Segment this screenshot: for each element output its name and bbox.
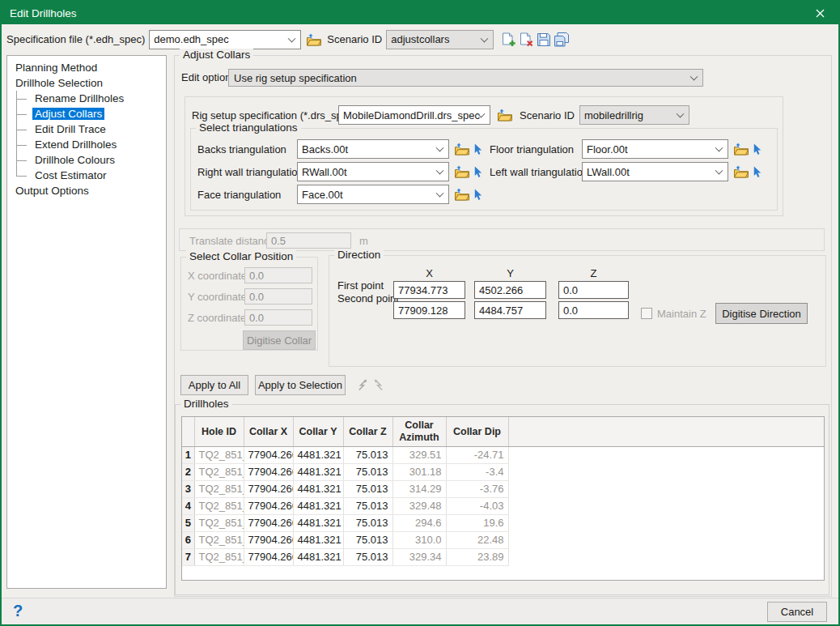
save-as-button[interactable] xyxy=(553,31,571,49)
second-point-y-input[interactable] xyxy=(474,301,546,319)
pick-from-view-icon[interactable] xyxy=(753,143,762,155)
header-filler xyxy=(508,417,825,446)
sidebar-item-planning-method[interactable]: Planning Method xyxy=(7,60,166,75)
left-wall-triangulation-combobox[interactable]: LWall.00t xyxy=(582,162,728,181)
maintain-z-checkbox xyxy=(641,308,652,319)
edit-drillholes-dialog: Edit Drillholes Specification file (*.ed… xyxy=(0,0,840,626)
edit-options-dropdown[interactable]: Use rig setup specification xyxy=(228,69,703,87)
sidebar-item-drillhole-colours[interactable]: Drillhole Colours xyxy=(7,152,166,168)
table-row[interactable]: 1 TQ2_851_1 77904.266 4481.321 75.013 32… xyxy=(182,446,825,463)
close-button[interactable] xyxy=(801,2,838,24)
sidebar-item-edit-drill-trace[interactable]: Edit Drill Trace xyxy=(7,121,166,137)
save-as-icon xyxy=(554,32,570,47)
x-coordinate-input xyxy=(244,267,312,283)
left-wall-triangulation-label: Left wall triangulation xyxy=(490,166,582,178)
rig-scenario-value: mobiledrillrig xyxy=(584,109,643,121)
maintain-z-label: Maintain Z xyxy=(657,308,706,320)
col-collar-dip: Collar Dip xyxy=(446,417,508,446)
folder-open-icon[interactable] xyxy=(733,143,749,155)
first-point-label: First point xyxy=(337,279,384,292)
translate-distance-label: Translate distance xyxy=(189,235,266,247)
direction-col-z: Z xyxy=(558,267,629,279)
rig-scenario-dropdown[interactable]: mobiledrillrig xyxy=(579,105,689,125)
window-title: Edit Drillholes xyxy=(10,7,77,19)
sidebar-item-cost-estimator[interactable]: Cost Estimator xyxy=(7,168,166,183)
sidebar-item-output-options[interactable]: Output Options xyxy=(7,183,166,198)
right-wall-triangulation-combobox[interactable]: RWall.00t xyxy=(297,162,449,181)
table-row[interactable]: 2 TQ2_851_1 77904.266 4481.321 75.013 30… xyxy=(182,463,825,480)
table-row[interactable]: 7 TQ2_851_1 77904.266 4481.321 75.013 32… xyxy=(182,548,825,565)
translate-unit-label: m xyxy=(359,235,368,247)
direction-col-x: X xyxy=(393,267,465,279)
spec-file-combobox[interactable]: demo.edh_spec xyxy=(149,30,301,49)
backs-triangulation-combobox[interactable]: Backs.00t xyxy=(297,139,449,159)
rig-scenario-label: Scenario ID xyxy=(520,109,575,121)
folder-open-icon[interactable] xyxy=(454,165,470,178)
floor-triangulation-combobox[interactable]: Floor.00t xyxy=(582,139,728,159)
second-point-z-input[interactable] xyxy=(558,301,629,319)
sidebar-item-adjust-collars[interactable]: Adjust Collars xyxy=(7,106,166,121)
digitise-collar-button: Digitise Collar xyxy=(243,330,316,350)
digitise-direction-button[interactable]: Digitise Direction xyxy=(715,303,808,324)
folder-open-icon[interactable] xyxy=(497,109,513,121)
rig-spec-value: MobileDiamondDrill.drs_spec xyxy=(343,109,480,121)
drillholes-table: Hole ID Collar X Collar Y Collar Z Colla… xyxy=(181,416,825,581)
drillholes-group-title: Drillholes xyxy=(180,398,232,410)
triangulations-group: Select triangulations Backs triangulatio… xyxy=(190,128,778,211)
x-coordinate-label: X coordinate xyxy=(188,270,244,282)
right-wall-triangulation-label: Right wall triangulation xyxy=(197,166,297,178)
backs-triangulation-label: Backs triangulation xyxy=(197,143,297,155)
first-point-z-input[interactable] xyxy=(558,281,629,299)
y-coordinate-input xyxy=(244,288,312,304)
add-scenario-button[interactable] xyxy=(499,31,517,49)
folder-open-icon[interactable] xyxy=(306,33,322,46)
scenario-id-label: Scenario ID xyxy=(327,33,382,45)
table-row[interactable]: 4 TQ2_851_1 77904.266 4481.321 75.013 32… xyxy=(182,497,825,514)
first-point-y-input[interactable] xyxy=(474,281,546,299)
help-button[interactable]: ? xyxy=(13,602,23,620)
folder-open-icon[interactable] xyxy=(733,165,749,178)
apply-to-selection-button[interactable]: Apply to Selection xyxy=(255,375,346,395)
chevron-down-icon xyxy=(676,110,684,118)
folder-open-icon[interactable] xyxy=(454,188,470,201)
chevron-down-icon xyxy=(715,144,723,152)
translate-distance-group: Translate distance m xyxy=(179,228,825,251)
settings-tree: Planning Method Drillhole Selection Rena… xyxy=(6,55,167,589)
face-triangulation-combobox[interactable]: Face.00t xyxy=(297,185,449,204)
collar-position-group: Select Collar Position X coordinate Y co… xyxy=(180,257,318,351)
pick-from-view-icon[interactable] xyxy=(473,143,483,155)
table-row[interactable]: 6 TQ2_851_1 77904.266 4481.321 75.013 31… xyxy=(182,531,825,548)
pick-from-view-icon[interactable] xyxy=(473,166,483,178)
save-icon xyxy=(537,32,551,47)
second-point-x-input[interactable] xyxy=(393,301,465,319)
sidebar-item-rename-drillholes[interactable]: Rename Drillholes xyxy=(7,91,166,106)
rig-spec-combobox[interactable]: MobileDiamondDrill.drs_spec xyxy=(338,105,490,125)
col-collar-y: Collar Y xyxy=(293,417,343,446)
footer-bar: ? Cancel xyxy=(2,598,838,624)
z-coordinate-label: Z coordinate xyxy=(188,312,244,324)
title-bar: Edit Drillholes xyxy=(2,2,838,24)
cancel-button[interactable]: Cancel xyxy=(767,602,827,622)
delete-scenario-button[interactable] xyxy=(517,31,535,49)
apply-to-all-button[interactable]: Apply to All xyxy=(180,375,248,395)
folder-open-icon[interactable] xyxy=(454,143,470,155)
tree-connector xyxy=(16,121,32,137)
col-collar-z: Collar Z xyxy=(343,417,392,446)
col-collar-azimuth: Collar Azimuth xyxy=(392,417,446,446)
sidebar-item-extend-drillholes[interactable]: Extend Drillholes xyxy=(7,137,166,152)
chevron-down-icon xyxy=(436,167,444,175)
scenario-id-dropdown[interactable]: adjustcollars xyxy=(386,30,494,49)
first-point-x-input[interactable] xyxy=(393,281,465,299)
table-row[interactable]: 5 TQ2_851_1 77904.266 4481.321 75.013 29… xyxy=(182,514,825,531)
edit-options-value: Use rig setup specification xyxy=(234,72,357,84)
direction-col-y: Y xyxy=(474,267,546,279)
face-triangulation-label: Face triangulation xyxy=(197,189,297,201)
sidebar-item-drillhole-selection[interactable]: Drillhole Selection xyxy=(7,75,166,91)
y-coordinate-label: Y coordinate xyxy=(188,291,244,303)
drillholes-group: Drillholes Hole ID Collar X Collar Y Col… xyxy=(175,404,829,595)
pick-from-view-icon[interactable] xyxy=(753,166,762,178)
table-row[interactable]: 3 TQ2_851_1 77904.266 4481.321 75.013 31… xyxy=(182,480,825,497)
save-button[interactable] xyxy=(535,31,553,49)
chevron-down-icon xyxy=(481,34,489,42)
pick-from-view-icon[interactable] xyxy=(473,189,483,201)
